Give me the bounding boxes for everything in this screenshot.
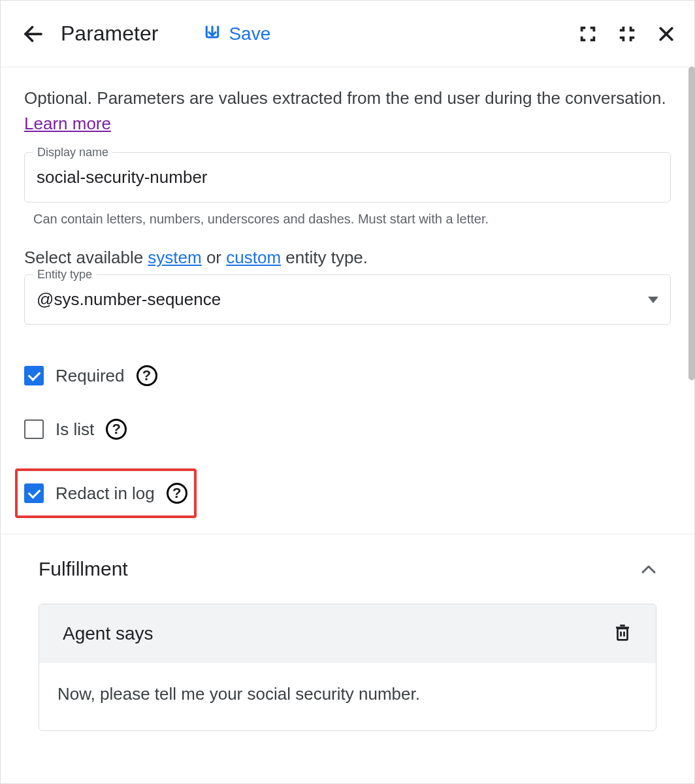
- trash-icon: [613, 621, 632, 644]
- delete-agent-says-button[interactable]: [613, 621, 632, 646]
- display-name-input[interactable]: [24, 152, 671, 203]
- header: Parameter Save: [1, 1, 694, 67]
- redact-checkbox[interactable]: [24, 483, 44, 503]
- redact-option: Redact in log ?: [24, 479, 187, 508]
- save-icon: [202, 24, 222, 44]
- fullscreen-exit-icon: [617, 24, 637, 44]
- redact-label: Redact in log: [56, 483, 155, 504]
- fullscreen-exit-button[interactable]: [617, 24, 637, 44]
- svg-rect-5: [618, 629, 628, 640]
- entity-prompt: Select available system or custom entity…: [24, 248, 671, 268]
- back-button[interactable]: [19, 20, 48, 48]
- save-button[interactable]: Save: [202, 24, 270, 44]
- system-entity-link[interactable]: system: [148, 248, 201, 267]
- required-option: Required ?: [24, 361, 671, 390]
- display-name-field: Display name: [24, 152, 671, 203]
- entity-type-select[interactable]: @sys.number-sequence: [24, 274, 671, 325]
- agent-says-label: Agent says: [63, 623, 154, 644]
- fulfillment-title: Fulfillment: [39, 558, 128, 580]
- redact-highlight: Redact in log ?: [15, 468, 197, 518]
- close-icon: [656, 24, 676, 44]
- display-name-helper: Can contain letters, numbers, underscore…: [24, 208, 671, 227]
- close-button[interactable]: [656, 24, 676, 44]
- custom-entity-link[interactable]: custom: [226, 248, 281, 267]
- agent-says-header: Agent says: [39, 604, 656, 663]
- fullscreen-enter-button[interactable]: [578, 24, 598, 44]
- display-name-label: Display name: [33, 146, 112, 159]
- is-list-help-icon[interactable]: ?: [106, 419, 127, 440]
- is-list-checkbox[interactable]: [24, 419, 44, 439]
- learn-more-link[interactable]: Learn more: [24, 114, 111, 133]
- required-help-icon[interactable]: ?: [137, 365, 157, 386]
- is-list-option: Is list ?: [24, 415, 671, 444]
- redact-help-icon[interactable]: ?: [167, 483, 187, 504]
- agent-says-text[interactable]: Now, please tell me your social security…: [39, 663, 656, 730]
- save-label: Save: [229, 24, 270, 44]
- scrollbar-thumb[interactable]: [688, 67, 695, 380]
- chevron-up-icon: [641, 564, 656, 574]
- entity-type-label: Entity type: [33, 268, 96, 282]
- entity-type-value: @sys.number-sequence: [37, 289, 221, 310]
- entity-type-field: Entity type @sys.number-sequence: [24, 274, 671, 325]
- page-title: Parameter: [61, 22, 158, 46]
- agent-says-card: Agent says Now, please tell me your soci…: [39, 604, 656, 731]
- is-list-label: Is list: [56, 419, 94, 440]
- arrow-left-icon: [22, 22, 45, 46]
- fulfillment-section-header[interactable]: Fulfillment: [24, 534, 671, 604]
- required-label: Required: [56, 366, 125, 386]
- content-area: Optional. Parameters are values extracte…: [1, 67, 694, 783]
- dropdown-arrow-icon: [648, 297, 658, 303]
- svg-marker-4: [648, 297, 658, 303]
- required-checkbox[interactable]: [24, 366, 44, 385]
- description-text: Optional. Parameters are values extracte…: [24, 86, 671, 137]
- fullscreen-enter-icon: [578, 24, 598, 44]
